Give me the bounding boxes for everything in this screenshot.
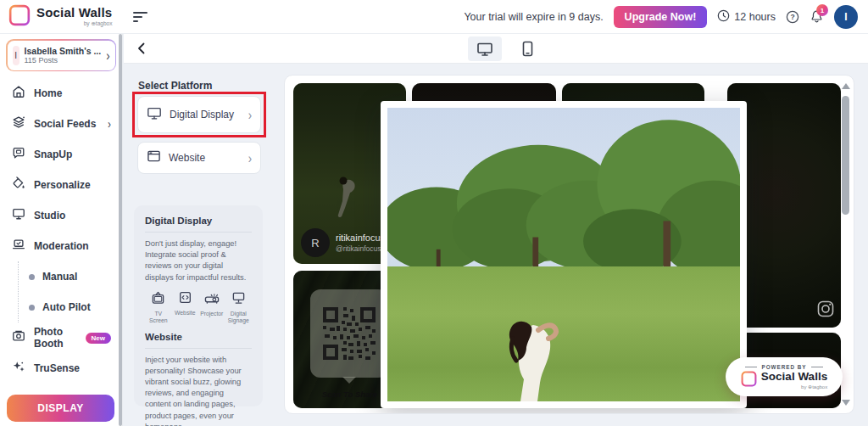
- powered-brand-texts: Social Walls by ⊕tagbox: [761, 371, 827, 390]
- chevron-right-icon: ›: [248, 107, 252, 123]
- browser-window-icon: [147, 149, 161, 166]
- mobile-preview-button[interactable]: [510, 36, 544, 61]
- powered-brand-subtitle: by ⊕tagbox: [801, 384, 827, 390]
- scrollbar-thumb[interactable]: [842, 96, 849, 215]
- code-box-icon: [179, 291, 192, 307]
- collapse-menu-icon[interactable]: [133, 11, 150, 23]
- main-content: Select Platform Digital Display › Websit…: [124, 64, 868, 426]
- user-avatar[interactable]: I: [834, 5, 858, 29]
- info-website-description: Inject your website with personality! Sh…: [145, 355, 252, 426]
- digital-display-usecases: TV Screen Website Projector: [145, 291, 252, 325]
- paint-bucket-icon: [12, 177, 25, 193]
- new-badge: New: [86, 333, 111, 344]
- top-header: Social Walls by ⊕tagbox Your trial will …: [0, 0, 868, 34]
- sidebar-item-moderation[interactable]: Moderation: [0, 231, 120, 261]
- preview-scrollbar[interactable]: [840, 76, 851, 413]
- sidebar-item-label: TruSense: [34, 362, 80, 374]
- notification-badge[interactable]: 1: [816, 4, 828, 16]
- sidebar-item-label: Manual: [42, 271, 77, 283]
- sidebar-item-label: Photo Booth: [34, 326, 75, 350]
- monitor-icon: [12, 207, 25, 224]
- post-handle: @ritikainfocus: [336, 244, 385, 253]
- notifications: 1: [810, 9, 824, 24]
- brand-text: Social Walls by ⊕tagbox: [36, 6, 112, 27]
- brand-grid-icon: [741, 371, 757, 390]
- post-profile-texts: ritikainfocus @ritikainfocus: [336, 233, 385, 252]
- sidebar-item-label: Social Feeds: [34, 118, 96, 130]
- chevron-right-icon: ›: [248, 150, 252, 166]
- select-platform-title: Select Platform: [138, 80, 212, 92]
- account-selector[interactable]: I Isabella Smith's ... 115 Posts ›: [6, 39, 116, 71]
- instagram-icon: [817, 300, 834, 321]
- sidebar-item-social-feeds[interactable]: Social Feeds ›: [0, 109, 120, 139]
- chevron-right-icon: ›: [108, 116, 111, 132]
- sidebar-item-label: Personalize: [34, 179, 91, 191]
- hours-left-text: 12 hours: [734, 11, 776, 23]
- upgrade-now-button[interactable]: Upgrade Now!: [614, 6, 708, 28]
- sidebar-item-label: Home: [34, 87, 62, 99]
- trial-expiry-text: Your trial will expire in 9 days.: [464, 11, 603, 23]
- sidebar-item-trusense[interactable]: TruSense: [0, 353, 120, 384]
- usecase-label: Projector: [200, 311, 223, 317]
- digital-display-option[interactable]: Digital Display ›: [137, 96, 261, 133]
- brand-title: Social Walls: [36, 6, 112, 19]
- account-texts: Isabella Smith's ... 115 Posts: [25, 46, 102, 64]
- clock-icon: [717, 9, 730, 25]
- wall-preview-canvas: R ritikainfocus @ritikainfocus: [284, 75, 854, 414]
- account-selector-inner: I Isabella Smith's ... 115 Posts ›: [8, 41, 115, 70]
- layers-icon: [12, 115, 25, 132]
- dash-line: [745, 367, 757, 367]
- option-label: Digital Display: [170, 109, 234, 121]
- sidebar-item-label: SnapUp: [34, 149, 72, 160]
- laptop-check-icon: [12, 238, 25, 255]
- snap-chat-icon: [12, 146, 25, 163]
- usecase-label: Website: [175, 310, 195, 317]
- usecase-tv-screen: TV Screen: [145, 291, 172, 325]
- sidebar-nav: Home Social Feeds › SnapUp Personalize: [0, 78, 120, 384]
- back-button[interactable]: [132, 40, 151, 59]
- account-posts-count: 115 Posts: [25, 56, 102, 64]
- brand-logo[interactable]: Social Walls by ⊕tagbox: [0, 4, 123, 30]
- camera-icon: [12, 329, 25, 346]
- usecase-website: Website: [172, 291, 199, 325]
- sidebar-item-personalize[interactable]: Personalize: [0, 170, 120, 200]
- expanded-post-image: [387, 108, 740, 401]
- desktop-preview-button[interactable]: [468, 36, 502, 61]
- sidebar-item-home[interactable]: Home: [0, 78, 120, 109]
- app-window: Social Walls by ⊕tagbox Your trial will …: [0, 0, 868, 426]
- platform-info-panel: Digital Display Don't just display, enga…: [134, 205, 263, 406]
- post-avatar: R: [301, 228, 330, 257]
- display-button[interactable]: DISPLAY: [7, 395, 114, 422]
- sidebar-item-studio[interactable]: Studio: [0, 200, 120, 231]
- projector-icon: [204, 291, 220, 308]
- sidebar-scrollbar[interactable]: [119, 34, 122, 426]
- sidebar-item-label: Moderation: [34, 240, 89, 252]
- sidebar: I Isabella Smith's ... 115 Posts › Home …: [0, 34, 123, 426]
- qr-code: [321, 305, 377, 362]
- chevron-right-icon: ›: [106, 47, 109, 64]
- divider: [145, 348, 252, 349]
- brand-subtitle: by ⊕tagbox: [84, 20, 113, 27]
- scroll-up-arrow[interactable]: [842, 83, 850, 89]
- powered-brand-name: Social Walls: [761, 371, 827, 383]
- digital-display-icon: [147, 106, 162, 124]
- post-profile: R ritikainfocus @ritikainfocus: [301, 228, 385, 257]
- sidebar-item-snapup[interactable]: SnapUp: [0, 139, 120, 170]
- divider: [145, 232, 252, 233]
- scroll-down-arrow[interactable]: [842, 400, 850, 406]
- sidebar-item-auto-pilot[interactable]: Auto Pilot: [19, 292, 120, 322]
- website-option[interactable]: Website ›: [137, 142, 261, 174]
- device-preview-toggle: [468, 36, 544, 61]
- sidebar-item-label: Auto Pilot: [42, 301, 91, 313]
- option-label: Website: [169, 152, 205, 164]
- qr-panel: [310, 289, 388, 378]
- sidebar-item-photo-booth[interactable]: Photo Booth New: [0, 322, 120, 353]
- info-website-title: Website: [145, 332, 252, 342]
- sidebar-item-manual[interactable]: Manual: [19, 261, 120, 292]
- expanded-post-popup[interactable]: [381, 101, 747, 408]
- info-digital-description: Don't just display, engage! Integrate so…: [145, 238, 252, 283]
- help-button[interactable]: ?: [786, 10, 799, 24]
- usecase-projector: Projector: [198, 291, 225, 325]
- tv-icon: [151, 291, 165, 308]
- info-digital-title: Digital Display: [145, 216, 252, 226]
